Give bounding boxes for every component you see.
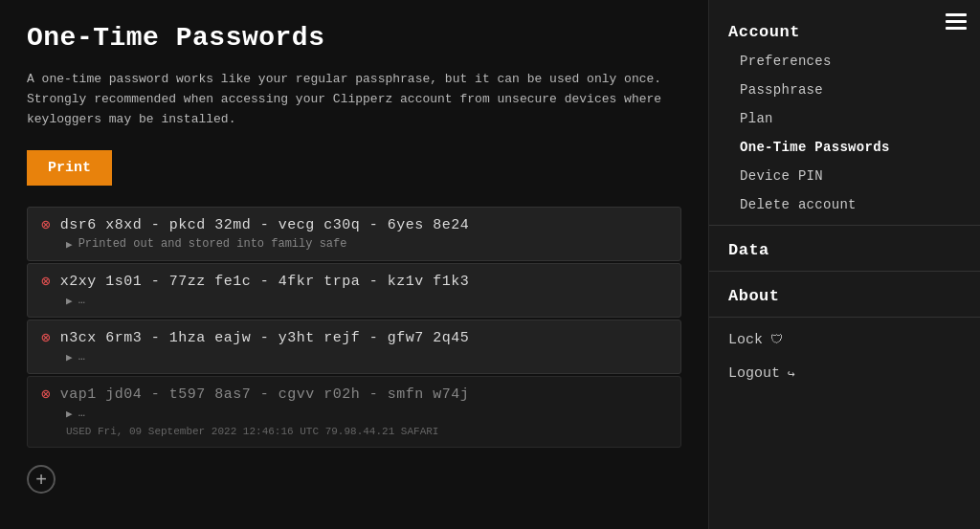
note-text: … (78, 407, 85, 420)
sidebar-divider-2 (709, 271, 980, 272)
hamburger-line-3 (946, 27, 967, 30)
password-list: ⊗dsr6 x8xd - pkcd 32md - vecg c30q - 6ye… (27, 207, 681, 448)
password-row: ⊗n3cx 6rm3 - 1hza eajw - y3ht rejf - gfw… (41, 330, 667, 346)
sidebar-section-account: Account (709, 13, 980, 47)
page-title: One-Time Passwords (27, 23, 681, 53)
password-row: ⊗vap1 jd04 - t597 8as7 - cgvv r02h - smf… (41, 386, 667, 403)
password-note-row: ▶… (41, 350, 667, 364)
note-icon: ▶ (66, 238, 73, 251)
remove-password-icon[interactable]: ⊗ (41, 218, 51, 233)
note-icon: ▶ (66, 295, 73, 307)
password-item: ⊗dsr6 x8xd - pkcd 32md - vecg c30q - 6ye… (27, 207, 681, 261)
shield-icon: 🛡 (770, 333, 783, 347)
password-text: dsr6 x8xd - pkcd 32md - vecg c30q - 6yes… (60, 217, 470, 233)
remove-password-icon[interactable]: ⊗ (41, 331, 51, 346)
add-password-button[interactable]: + (27, 465, 56, 494)
plus-icon: + (35, 470, 47, 489)
note-text: Printed out and stored into family safe (78, 237, 347, 251)
sidebar-item-one-time-passwords[interactable]: One-Time Passwords (709, 133, 980, 162)
sidebar-section-data: Data (709, 231, 980, 265)
password-text: x2xy 1s01 - 77zz fe1c - 4fkr trpa - kz1v… (60, 274, 470, 290)
sidebar: Account Preferences Passphrase Plan One-… (708, 0, 980, 529)
sidebar-item-logout[interactable]: Logout ↪ (709, 357, 980, 390)
page-description: A one-time password works like your regu… (27, 70, 678, 129)
password-text: vap1 jd04 - t597 8as7 - cgvv r02h - smfn… (60, 386, 470, 403)
password-note-row: ▶Printed out and stored into family safe (41, 237, 667, 251)
lock-label: Lock (728, 332, 763, 348)
remove-password-icon[interactable]: ⊗ (41, 275, 51, 290)
sidebar-item-plan[interactable]: Plan (709, 104, 980, 133)
note-text: … (78, 350, 85, 364)
hamburger-menu[interactable] (946, 13, 967, 30)
password-row: ⊗x2xy 1s01 - 77zz fe1c - 4fkr trpa - kz1… (41, 274, 667, 290)
sidebar-divider-1 (709, 225, 980, 226)
password-item: ⊗n3cx 6rm3 - 1hza eajw - y3ht rejf - gfw… (27, 320, 681, 374)
password-text: n3cx 6rm3 - 1hza eajw - y3ht rejf - gfw7… (60, 330, 470, 346)
sidebar-item-device-pin[interactable]: Device PIN (709, 162, 980, 190)
remove-password-icon[interactable]: ⊗ (41, 387, 51, 403)
note-icon: ▶ (66, 351, 73, 364)
sidebar-divider-3 (709, 317, 980, 318)
password-item: ⊗x2xy 1s01 - 77zz fe1c - 4fkr trpa - kz1… (27, 263, 681, 318)
sidebar-section-about: About (709, 277, 980, 311)
password-row: ⊗dsr6 x8xd - pkcd 32md - vecg c30q - 6ye… (41, 217, 667, 233)
main-content: One-Time Passwords A one-time password w… (0, 0, 708, 529)
logout-label: Logout (728, 365, 780, 382)
hamburger-line-2 (946, 20, 967, 23)
password-note-row: ▶… (41, 294, 667, 307)
password-note-row: ▶… (41, 407, 667, 420)
used-info: USED Fri, 09 September 2022 12:46:16 UTC… (41, 426, 667, 437)
note-text: … (78, 294, 85, 307)
password-item: ⊗vap1 jd04 - t597 8as7 - cgvv r02h - smf… (27, 376, 681, 448)
sidebar-item-preferences[interactable]: Preferences (709, 47, 980, 76)
sidebar-nav: Account Preferences Passphrase Plan One-… (709, 0, 980, 390)
logout-icon: ↪ (788, 366, 795, 382)
hamburger-line-1 (946, 13, 967, 16)
sidebar-item-lock[interactable]: Lock 🛡 (709, 323, 980, 357)
note-icon: ▶ (66, 408, 73, 420)
print-button[interactable]: Print (27, 150, 112, 186)
sidebar-item-delete-account[interactable]: Delete account (709, 190, 980, 219)
sidebar-item-passphrase[interactable]: Passphrase (709, 76, 980, 104)
